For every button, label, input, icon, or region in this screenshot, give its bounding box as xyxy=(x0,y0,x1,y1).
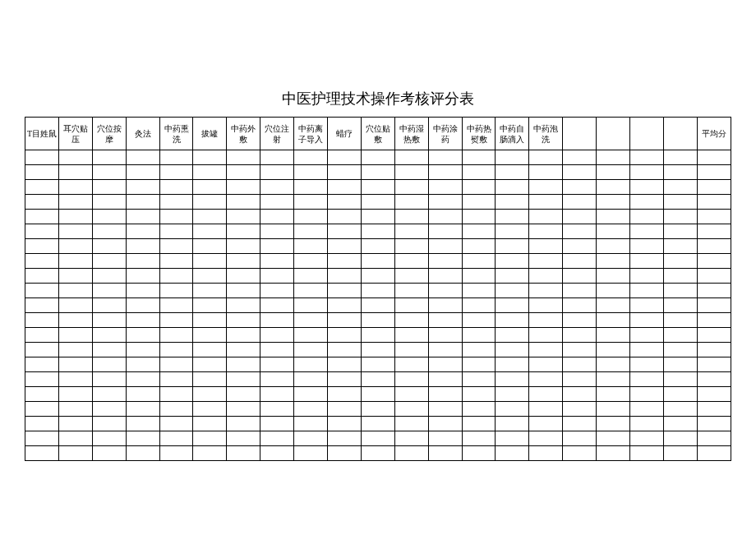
table-cell xyxy=(563,387,597,402)
table-cell xyxy=(462,269,496,284)
table-cell xyxy=(159,402,193,417)
table-cell xyxy=(496,387,529,402)
table-cell xyxy=(227,313,260,328)
table-cell xyxy=(25,343,59,357)
table-cell xyxy=(630,165,664,180)
table-cell xyxy=(193,210,227,224)
table-cell xyxy=(227,284,260,298)
table-cell xyxy=(25,372,59,387)
table-cell xyxy=(193,150,227,165)
table-cell xyxy=(25,417,59,431)
table-cell xyxy=(92,239,126,254)
table-cell xyxy=(260,372,294,387)
header-cell xyxy=(630,118,664,150)
table-cell xyxy=(126,357,159,372)
table-cell xyxy=(361,180,394,195)
table-cell xyxy=(563,195,597,210)
table-cell xyxy=(394,446,428,461)
table-cell xyxy=(428,284,462,298)
table-cell xyxy=(697,328,731,343)
table-cell xyxy=(428,150,462,165)
table-cell xyxy=(25,195,59,210)
table-cell xyxy=(630,431,664,446)
table-cell xyxy=(92,357,126,372)
table-cell xyxy=(193,343,227,357)
table-cell xyxy=(193,357,227,372)
table-cell xyxy=(663,195,697,210)
table-cell xyxy=(630,239,664,254)
header-cell: 中药熏洗 xyxy=(159,118,193,150)
table-cell xyxy=(25,254,59,269)
table-cell xyxy=(630,224,664,239)
table-cell xyxy=(428,239,462,254)
table-cell xyxy=(126,417,159,431)
table-cell xyxy=(58,387,92,402)
table-cell xyxy=(597,402,630,417)
table-cell xyxy=(92,298,126,313)
table-cell xyxy=(227,195,260,210)
table-cell xyxy=(428,195,462,210)
table-cell xyxy=(663,357,697,372)
table-cell xyxy=(462,150,496,165)
table-cell xyxy=(361,357,394,372)
table-cell xyxy=(328,313,362,328)
table-cell xyxy=(597,269,630,284)
table-cell xyxy=(361,446,394,461)
table-cell xyxy=(563,180,597,195)
table-cell xyxy=(630,328,664,343)
score-table: T目姓鼠 耳穴贴压 穴位按摩 灸法 中药熏洗 拔罐 中药外敷 穴位注射 中药离子… xyxy=(25,117,731,461)
table-cell xyxy=(697,387,731,402)
table-cell xyxy=(126,343,159,357)
table-cell xyxy=(260,224,294,239)
table-cell xyxy=(227,150,260,165)
table-cell xyxy=(597,372,630,387)
table-cell xyxy=(25,224,59,239)
table-cell xyxy=(294,417,328,431)
table-cell xyxy=(193,402,227,417)
table-cell xyxy=(260,357,294,372)
table-cell xyxy=(428,224,462,239)
table-cell xyxy=(159,195,193,210)
table-cell xyxy=(496,402,529,417)
table-cell xyxy=(260,417,294,431)
table-cell xyxy=(159,284,193,298)
header-cell: 穴位贴敷 xyxy=(361,118,394,150)
table-cell xyxy=(462,284,496,298)
table-cell xyxy=(25,298,59,313)
table-cell xyxy=(394,224,428,239)
table-cell xyxy=(159,387,193,402)
table-cell xyxy=(428,402,462,417)
table-cell xyxy=(529,269,563,284)
table-cell xyxy=(563,150,597,165)
table-cell xyxy=(294,254,328,269)
table-cell xyxy=(159,298,193,313)
table-row xyxy=(25,417,731,431)
table-cell xyxy=(126,165,159,180)
table-cell xyxy=(294,239,328,254)
header-cell: 中药泡洗 xyxy=(529,118,563,150)
table-cell xyxy=(663,343,697,357)
table-row xyxy=(25,195,731,210)
table-cell xyxy=(663,165,697,180)
table-cell xyxy=(663,402,697,417)
table-cell xyxy=(697,210,731,224)
table-cell xyxy=(294,150,328,165)
table-cell xyxy=(159,269,193,284)
table-cell xyxy=(563,254,597,269)
table-cell xyxy=(462,372,496,387)
table-cell xyxy=(126,224,159,239)
table-cell xyxy=(529,254,563,269)
table-cell xyxy=(126,313,159,328)
table-cell xyxy=(25,402,59,417)
table-cell xyxy=(663,254,697,269)
table-cell xyxy=(58,343,92,357)
table-cell xyxy=(496,254,529,269)
table-cell xyxy=(597,328,630,343)
table-cell xyxy=(328,284,362,298)
table-cell xyxy=(260,239,294,254)
table-cell xyxy=(394,372,428,387)
table-cell xyxy=(260,343,294,357)
table-cell xyxy=(428,269,462,284)
table-cell xyxy=(25,150,59,165)
table-cell xyxy=(126,150,159,165)
